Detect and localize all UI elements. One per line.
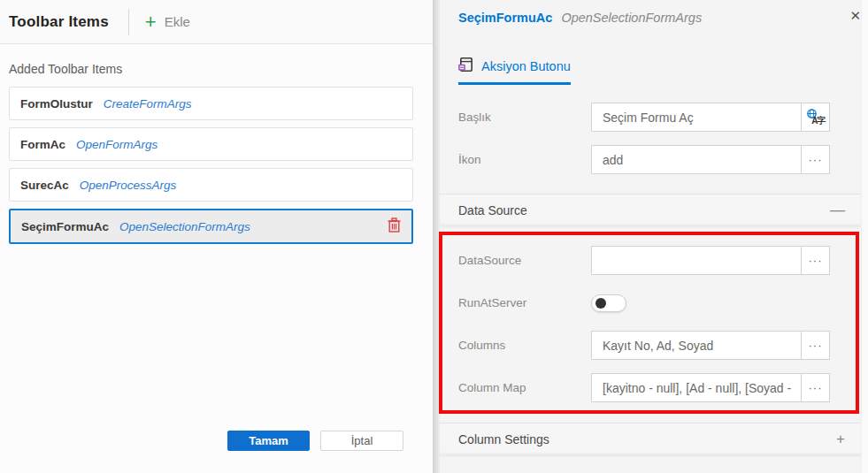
ikon-row: İkon add ··· (440, 145, 868, 174)
toolbar-items-list-container: Added Toolbar Items FormOlustur CreateFo… (0, 44, 433, 244)
add-toolbar-item-button[interactable]: + Ekle (145, 13, 190, 31)
columns-input[interactable]: Kayıt No, Ad, Soyad (591, 331, 802, 360)
item-args-link[interactable]: OpenProcessArgs (80, 179, 177, 192)
baslik-input[interactable]: Seçim Formu Aç (591, 103, 802, 132)
translate-icon: A字 (807, 109, 825, 126)
toolbar-items-dialog: Toolbar Items + Ekle Added Toolbar Items… (0, 0, 868, 473)
datasource-row: DataSource ··· (440, 246, 868, 275)
expand-icon[interactable]: + (836, 431, 845, 446)
list-item-formac[interactable]: FormAc OpenFormArgs (9, 127, 413, 161)
add-button-label: Ekle (165, 14, 190, 29)
columnmap-row: Column Map [kayitno - null], [Ad - null]… (440, 373, 868, 402)
page-title: Toolbar Items (9, 13, 109, 31)
columnmap-more-button[interactable]: ··· (801, 373, 830, 402)
panel-divider (433, 0, 440, 473)
columns-more-button[interactable]: ··· (801, 331, 830, 360)
item-name: FormAc (20, 138, 65, 151)
runatserver-toggle[interactable] (591, 294, 626, 312)
runatserver-label: RunAtServer (458, 296, 591, 309)
item-name: SeçimFormuAc (21, 220, 109, 233)
section-title: Data Source (458, 203, 527, 217)
properties-panel: SeçimFormuAc OpenSelectionFormArgs ✕ Aks… (440, 0, 868, 473)
close-icon[interactable]: ✕ (849, 9, 861, 22)
left-panel-header: Toolbar Items + Ekle (0, 0, 433, 44)
item-name: FormOlustur (20, 97, 93, 111)
columnmap-label: Column Map (458, 381, 591, 394)
translate-button[interactable]: A字 (801, 103, 830, 132)
dialog-footer: Tamam İptal (227, 431, 403, 451)
ikon-label: İkon (458, 153, 591, 166)
delete-item-button[interactable] (388, 217, 401, 235)
datasource-input[interactable] (591, 246, 802, 275)
properties-header: SeçimFormuAc OpenSelectionFormArgs (440, 0, 868, 25)
item-args-link[interactable]: OpenFormArgs (76, 138, 157, 151)
toggle-knob (595, 298, 606, 309)
columns-label: Columns (458, 339, 591, 352)
collapse-icon[interactable]: — (830, 202, 845, 217)
trash-icon (388, 217, 401, 235)
section-title: Column Settings (458, 432, 549, 446)
columns-row: Columns Kayıt No, Ad, Soyad ··· (440, 331, 868, 360)
toolbar-items-panel: Toolbar Items + Ekle Added Toolbar Items… (0, 0, 433, 473)
tab-aksiyon-butonu[interactable]: Aksiyon Butonu (458, 57, 571, 85)
columnmap-input[interactable]: [kayitno - null], [Ad - null], [Soyad - (591, 373, 802, 402)
tab-label: Aksiyon Butonu (481, 59, 571, 73)
tab-bar: Aksiyon Butonu (458, 57, 868, 85)
selected-item-title: SeçimFormuAc (458, 11, 552, 25)
section-column-settings[interactable]: Column Settings + (440, 423, 861, 454)
scrollbar-track[interactable] (861, 0, 868, 473)
action-button-icon (458, 57, 473, 76)
item-args-link[interactable]: CreateFormArgs (104, 97, 192, 111)
header-divider (128, 9, 129, 35)
translate-chars: A字 (811, 115, 825, 127)
ikon-input[interactable]: add (591, 145, 802, 174)
plus-icon: + (145, 13, 157, 31)
list-item-formolustur[interactable]: FormOlustur CreateFormArgs (9, 87, 413, 120)
ikon-more-button[interactable]: ··· (801, 145, 830, 174)
baslik-label: Başlık (458, 111, 591, 124)
section-data-source[interactable]: Data Source — (440, 194, 861, 225)
datasource-label: DataSource (458, 254, 591, 267)
list-item-secimformuac-selected[interactable]: SeçimFormuAc OpenSelectionFormArgs (9, 209, 413, 244)
list-item-surecac[interactable]: SurecAc OpenProcessArgs (9, 168, 413, 202)
ok-button[interactable]: Tamam (227, 431, 310, 451)
cancel-button[interactable]: İptal (320, 431, 403, 451)
item-name: SurecAc (20, 179, 69, 192)
baslik-row: Başlık Seçim Formu Aç A字 (440, 103, 868, 132)
runatserver-row: RunAtServer (440, 288, 868, 317)
item-args-link[interactable]: OpenSelectionFormArgs (119, 220, 250, 233)
selected-item-args: OpenSelectionFormArgs (561, 11, 702, 25)
datasource-more-button[interactable]: ··· (801, 246, 830, 275)
list-label: Added Toolbar Items (9, 62, 424, 76)
